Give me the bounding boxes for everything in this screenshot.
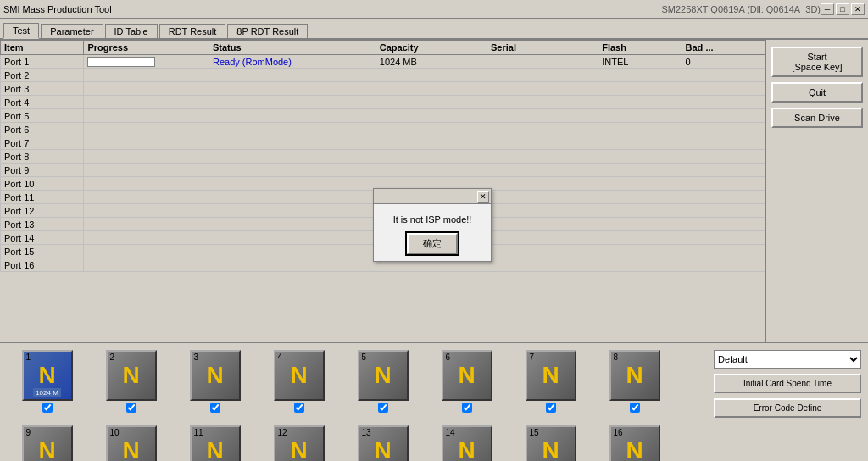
drive-select-checkbox[interactable] xyxy=(378,403,388,413)
port-item: Port 13 xyxy=(1,218,84,231)
drive-n-letter: N xyxy=(290,362,307,389)
drive-select-checkbox[interactable] xyxy=(210,403,220,413)
drive-icon[interactable]: 2N xyxy=(106,350,157,401)
drive-select-checkbox[interactable] xyxy=(462,403,472,413)
right-panel: Start[Space Key] Quit Scan Drive xyxy=(766,40,868,342)
port-status xyxy=(209,231,376,245)
port-bad xyxy=(682,245,765,258)
port-progress xyxy=(84,55,209,69)
tab-id-table[interactable]: ID Table xyxy=(105,24,158,38)
drive-select-checkbox[interactable] xyxy=(546,403,556,413)
drive-item: 12N xyxy=(259,425,339,461)
port-capacity xyxy=(376,69,487,82)
port-item: Port 6 xyxy=(1,123,84,136)
quit-button[interactable]: Quit xyxy=(771,82,863,103)
port-serial xyxy=(487,177,598,191)
port-item: Port 2 xyxy=(1,69,84,82)
port-flash xyxy=(598,69,682,82)
drive-icon[interactable]: 12N xyxy=(274,425,325,461)
drive-item: 4N xyxy=(259,350,339,422)
drive-number: 6 xyxy=(446,353,451,362)
drive-icon[interactable]: 3N xyxy=(190,350,241,401)
app-title: SMI Mass Production Tool xyxy=(3,4,654,14)
drive-icon[interactable]: 15N xyxy=(526,425,576,461)
drive-icon[interactable]: 9N xyxy=(22,425,73,461)
port-status xyxy=(209,109,376,123)
dialog-ok-button[interactable]: 确定 xyxy=(407,233,458,254)
drive-select-checkbox[interactable] xyxy=(630,403,640,413)
port-progress xyxy=(84,136,209,150)
table-row: Port 4 xyxy=(1,96,765,109)
port-flash xyxy=(598,204,682,218)
drive-number: 13 xyxy=(362,428,371,437)
port-item: Port 9 xyxy=(1,164,84,177)
port-capacity xyxy=(376,150,487,164)
drive-icon[interactable]: 16N xyxy=(609,425,660,461)
drive-icon[interactable]: 14N xyxy=(442,425,492,461)
drive-icon[interactable]: 11N xyxy=(190,425,241,461)
drive-icon[interactable]: 4N xyxy=(274,350,325,401)
port-progress xyxy=(84,245,209,258)
drive-select-checkbox[interactable] xyxy=(294,403,304,413)
drive-number: 11 xyxy=(194,428,203,437)
drive-number: 7 xyxy=(530,353,535,362)
port-bad: 0 xyxy=(682,55,765,69)
scan-drive-button[interactable]: Scan Drive xyxy=(771,108,863,128)
drive-n-letter: N xyxy=(290,437,307,461)
minimize-button[interactable]: ─ xyxy=(821,3,834,15)
drive-number: 14 xyxy=(446,428,455,437)
start-button[interactable]: Start[Space Key] xyxy=(771,47,863,77)
table-row: Port 7 xyxy=(1,136,765,150)
drive-item: 10N xyxy=(91,425,171,461)
drive-number: 10 xyxy=(110,428,120,437)
port-bad xyxy=(682,218,765,231)
maximize-button[interactable]: □ xyxy=(836,3,849,15)
drive-icon[interactable]: 1N1024 M xyxy=(22,350,73,401)
drive-select-checkbox[interactable] xyxy=(42,403,53,413)
drive-icon[interactable]: 5N xyxy=(358,350,409,401)
port-status xyxy=(209,218,376,231)
port-status xyxy=(209,82,376,96)
port-progress xyxy=(84,177,209,191)
subtitle: SM2258XT Q0619A (Dll: Q0614A_3D) xyxy=(661,4,821,14)
menu-tabs: Test Parameter ID Table RDT Result 8P RD… xyxy=(0,19,868,40)
port-progress xyxy=(84,258,209,272)
port-status xyxy=(209,136,376,150)
error-code-button[interactable]: Error Code Define xyxy=(714,398,861,418)
port-bad xyxy=(682,69,765,82)
drive-icon[interactable]: 13N xyxy=(358,425,409,461)
drive-icon[interactable]: 8N xyxy=(609,350,660,401)
table-row: Port 2 xyxy=(1,69,765,82)
tab-test[interactable]: Test xyxy=(3,23,39,39)
tab-rdt-result[interactable]: RDT Result xyxy=(159,24,226,38)
port-item: Port 1 xyxy=(1,55,84,69)
drive-capacity-label: 1024 M xyxy=(33,388,61,397)
port-flash xyxy=(598,177,682,191)
drive-item: 5N xyxy=(342,350,423,422)
drive-n-letter: N xyxy=(542,362,559,389)
port-capacity xyxy=(376,164,487,177)
drive-icon[interactable]: 7N xyxy=(526,350,576,401)
dialog-close-button[interactable]: ✕ xyxy=(477,191,489,203)
port-progress xyxy=(84,164,209,177)
port-progress xyxy=(84,96,209,109)
tab-parameter[interactable]: Parameter xyxy=(41,24,103,38)
port-progress xyxy=(84,123,209,136)
port-capacity xyxy=(376,96,487,109)
drive-icon[interactable]: 6N xyxy=(442,350,492,401)
drive-select-checkbox[interactable] xyxy=(126,403,136,413)
initial-card-button[interactable]: Initial Card Spend Time xyxy=(714,374,861,393)
port-serial xyxy=(487,55,598,69)
drive-icon[interactable]: 10N xyxy=(106,425,157,461)
tab-8p-rdt[interactable]: 8P RDT Result xyxy=(227,24,308,38)
close-button[interactable]: ✕ xyxy=(851,3,865,15)
drive-n-letter: N xyxy=(122,437,139,461)
port-serial xyxy=(487,69,598,82)
port-item: Port 15 xyxy=(1,245,84,258)
error-dialog: ✕ It is not ISP mode!! 确定 xyxy=(373,188,492,262)
default-dropdown[interactable]: Default xyxy=(714,350,861,369)
port-progress xyxy=(84,69,209,82)
drive-item: 14N xyxy=(426,425,507,461)
port-flash xyxy=(598,191,682,204)
drive-n-letter: N xyxy=(542,437,559,461)
